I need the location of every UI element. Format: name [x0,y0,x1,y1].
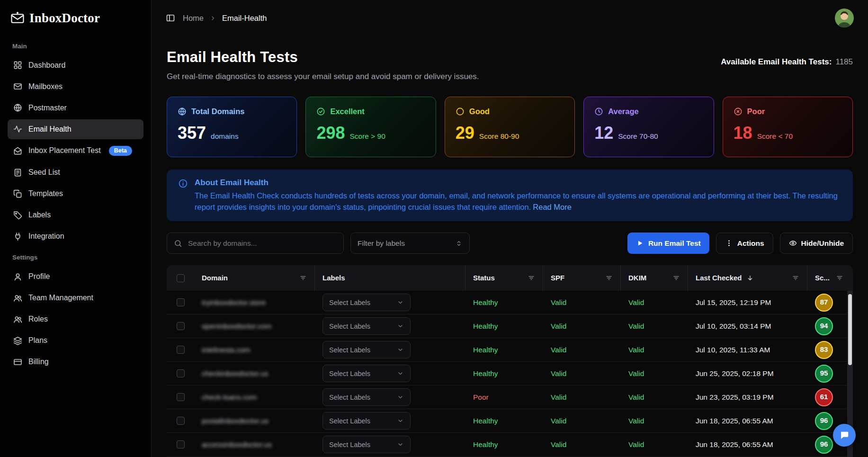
stat-suffix: Score 70-80 [618,132,658,141]
row-checkbox[interactable] [177,393,185,401]
globe-icon [13,103,22,112]
sidebar-item-integration[interactable]: Integration [8,226,143,246]
chat-button[interactable] [833,424,856,447]
sidebar-item-inbox-placement-test[interactable]: Inbox Placement TestBeta [8,141,143,161]
labels-select[interactable]: Select Labels [322,365,411,382]
labels-select[interactable]: Select Labels [322,317,411,335]
sidebar-item-plans[interactable]: Plans [8,331,143,350]
scrollbar-thumb[interactable] [848,294,852,365]
stat-value: 18 [734,122,752,143]
x-circle-icon [734,107,743,116]
filter-icon[interactable] [792,274,799,282]
dkim-cell: Valid [628,322,644,331]
actions-button[interactable]: Actions [716,233,773,254]
sort-desc-icon[interactable] [746,274,754,282]
sidebar-item-seed-list[interactable]: Seed List [8,162,143,182]
labels-select-label: Select Labels [329,441,370,448]
run-email-test-button[interactable]: Run Email Test [627,233,709,254]
sidebar-item-label: Labels [28,210,51,220]
last-checked-cell: Jul 10, 2025, 03:14 PM [696,322,771,331]
sidebar-nav: MainDashboardMailboxesPostmasterEmail He… [8,43,143,372]
dkim-cell: Valid [628,440,644,449]
hide-unhide-button[interactable]: Hide/Unhide [780,233,853,254]
sidebar-item-dashboard[interactable]: Dashboard [8,55,143,75]
sidebar-item-postmaster[interactable]: Postmaster [8,98,143,118]
sidebar-item-label: Email Health [28,125,72,134]
table-row: check-loans.comSelect LabelsPoorValidVal… [167,385,853,409]
stat-label: Poor [747,107,765,116]
column-header-status[interactable]: Status [473,274,495,283]
column-header-spf[interactable]: SPF [551,274,564,283]
sidebar-item-team-management[interactable]: Team Management [8,288,143,308]
chevrons-up-down-icon [455,240,463,247]
controls-right: Run Email Test Actions Hide/Unhide [627,233,853,254]
stat-card-excellent: Excellent298Score > 90 [305,97,436,157]
search-input[interactable] [187,239,337,248]
row-checkbox[interactable] [177,322,185,330]
available-tests: Available Email Health Tests:1185 [721,57,853,67]
table-row: intelinesia.comSelect LabelsHealthyValid… [167,338,853,362]
stat-card-good: Good29Score 80-90 [445,97,575,157]
labels-select[interactable]: Select Labels [322,412,411,430]
avatar[interactable] [835,9,854,27]
table-row: checkinboxdoctor.usSelect LabelsHealthyV… [167,362,853,385]
sidebar-item-email-health[interactable]: Email Health [8,119,143,139]
column-header-last-checked[interactable]: Last Checked [696,274,742,283]
row-checkbox[interactable] [177,417,185,425]
sidebar-item-labels[interactable]: Labels [8,205,143,225]
read-more-link[interactable]: Read More [533,203,572,211]
sidebar-item-profile[interactable]: Profile [8,267,143,287]
labels-select[interactable]: Select Labels [322,388,411,406]
topbar: Home Email-Health [152,0,868,36]
labels-filter-label: Filter by labels [358,239,405,248]
labels-filter-select[interactable]: Filter by labels [350,233,470,254]
stats-row: Total Domains357domainsExcellent298Score… [167,97,853,157]
filter-icon[interactable] [528,274,535,282]
stat-label: Excellent [330,107,364,116]
sidebar-item-mailboxes[interactable]: Mailboxes [8,77,143,97]
dkim-cell: Valid [628,416,644,425]
sidebar-toggle-icon[interactable] [166,13,175,23]
status-cell: Healthy [473,440,498,449]
filter-icon[interactable] [836,274,843,282]
logo[interactable]: InboxDoctor [8,9,143,35]
labels-select-label: Select Labels [329,417,370,425]
labels-select[interactable]: Select Labels [322,436,411,453]
controls-row: Filter by labels Run Email Test Actions … [167,233,853,254]
sidebar-item-label: Mailboxes [28,82,63,91]
sidebar-item-label: Billing [28,357,49,367]
row-checkbox[interactable] [177,346,185,354]
breadcrumb-home[interactable]: Home [183,13,204,23]
spf-cell: Valid [551,393,566,402]
column-header-labels[interactable]: Labels [322,274,345,283]
select-all-checkbox[interactable] [177,274,185,282]
labels-select[interactable]: Select Labels [322,294,411,311]
stat-value: 29 [456,122,474,143]
row-checkbox[interactable] [177,298,185,306]
sidebar-item-roles[interactable]: Roles [8,309,143,329]
column-header-dkim[interactable]: DKIM [628,274,646,283]
run-email-test-label: Run Email Test [648,239,701,248]
labels-select[interactable]: Select Labels [322,341,411,358]
stat-card-total-domains: Total Domains357domains [167,97,297,157]
filter-icon[interactable] [605,274,613,282]
labels-select-label: Select Labels [329,323,370,330]
page-head: Email Health Tests Get real-time diagnos… [167,48,853,81]
filter-icon[interactable] [299,274,307,282]
table-body: tryinboxdoctor.storeSelect LabelsHealthy… [167,291,853,457]
domain-cell: openinboxdoctor.com [202,322,271,331]
status-cell: Healthy [473,298,498,307]
column-header-score[interactable]: Sc... [815,274,830,283]
sidebar-item-label: Templates [28,189,63,198]
globe-icon [178,107,187,116]
sidebar-item-templates[interactable]: Templates [8,184,143,204]
column-header-domain[interactable]: Domain [202,274,228,283]
row-checkbox[interactable] [177,440,185,448]
stat-suffix: Score < 70 [757,132,793,141]
score-badge: 96 [815,436,833,454]
row-checkbox[interactable] [177,369,185,377]
stat-label: Total Domains [191,107,244,116]
stat-card-average: Average12Score 70-80 [583,97,714,157]
sidebar-item-billing[interactable]: Billing [8,352,143,372]
filter-icon[interactable] [672,274,680,282]
